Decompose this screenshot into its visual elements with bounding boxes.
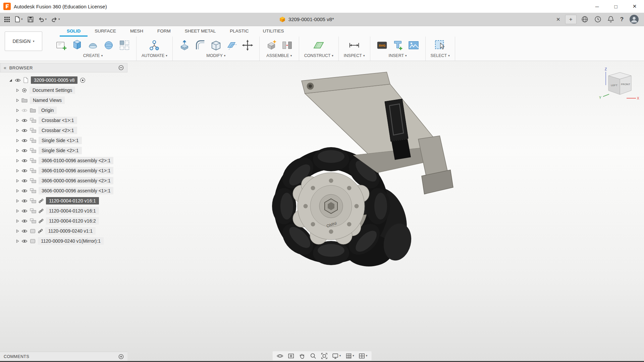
shell-icon[interactable] (209, 39, 223, 52)
browser-item-label[interactable]: 3606-0000-0096 assembly <2>:1 (39, 177, 113, 184)
browser-item-label[interactable]: Single Side <2>:1 (39, 147, 82, 154)
browser-item-label[interactable]: Document Settings (30, 86, 75, 94)
browser-row[interactable]: 3606-0000-0096 assembly <1>:1 (0, 186, 127, 196)
close-button[interactable]: ✕ (625, 0, 644, 13)
triangle-collapsed-icon[interactable] (16, 149, 19, 153)
help-button[interactable]: ? (620, 16, 624, 23)
avatar[interactable] (630, 15, 639, 24)
minimize-panel-icon[interactable] (118, 65, 124, 70)
sphere-icon[interactable] (102, 39, 115, 52)
revolve-icon[interactable] (86, 39, 100, 52)
eye-icon[interactable] (21, 128, 28, 133)
file-menu-button[interactable]: ▾ (15, 16, 23, 22)
browser-item-label[interactable]: Named Views (30, 97, 65, 104)
document-tab[interactable]: 3209-0001-0005 v8* (279, 16, 334, 22)
orbit-button[interactable] (277, 353, 283, 359)
browser-item-label[interactable]: 1120-0009-0240 v1(Mirror):1 (38, 237, 104, 245)
app-grid-button[interactable] (4, 16, 10, 22)
browser-item-label[interactable]: 3606-0100-0096 assembly <2>:1 (39, 157, 113, 164)
select-icon[interactable] (433, 39, 447, 52)
browser-row[interactable]: 1120-0004-0120 v16:1 (0, 206, 127, 216)
triangle-collapsed-icon[interactable] (16, 139, 19, 142)
eye-icon[interactable] (21, 148, 28, 153)
workspace-selector[interactable]: DESIGN ▾ (5, 32, 42, 51)
browser-row[interactable]: Document Settings (0, 85, 127, 95)
tab-surface[interactable]: SURFACE (88, 26, 123, 37)
notifications-button[interactable] (607, 16, 614, 23)
triangle-collapsed-icon[interactable] (16, 189, 19, 193)
pan-button[interactable] (299, 353, 306, 359)
browser-row[interactable]: 1120-0009-0240 v1:1 (0, 226, 127, 236)
undo-button[interactable]: ▾ (38, 17, 47, 22)
group-label-modify[interactable]: MODIFY▾ (206, 53, 225, 58)
browser-row[interactable]: 1120-0004-0120 v16:2 (0, 216, 127, 226)
new-document-tab-button[interactable]: + (565, 15, 577, 24)
measure-icon[interactable] (347, 39, 361, 52)
tab-plastic[interactable]: PLASTIC (223, 26, 256, 37)
tab-solid[interactable]: SOLID (60, 26, 88, 37)
insert-svg-icon[interactable]: SVG (375, 39, 389, 52)
browser-item-label[interactable]: Origin (38, 107, 57, 114)
browser-item-label[interactable]: 1120-0004-0120 v16:1 (46, 197, 99, 204)
tab-sheet-metal[interactable]: SHEET METAL (178, 26, 223, 37)
triangle-collapsed-icon[interactable] (16, 199, 19, 203)
profile-avatar-button[interactable] (630, 15, 639, 24)
browser-row[interactable]: 1120-0009-0240 v1(Mirror):1 (0, 236, 127, 246)
browser-item-label[interactable]: 1120-0004-0120 v16:2 (46, 217, 99, 225)
triangle-collapsed-icon[interactable] (16, 219, 19, 223)
comments-bar[interactable]: COMMENTS (0, 352, 127, 361)
eye-icon[interactable] (21, 229, 28, 233)
grid-settings-button[interactable]: ▾ (345, 353, 354, 359)
triangle-collapsed-icon[interactable] (16, 239, 19, 243)
minimize-button[interactable]: ─ (588, 0, 606, 13)
display-settings-button[interactable]: ▾ (332, 353, 341, 359)
tab-form[interactable]: FORM (150, 26, 178, 37)
eye-icon[interactable] (21, 179, 28, 183)
browser-row[interactable]: Crossbar <2>:1 (0, 125, 127, 135)
pattern-icon[interactable] (118, 39, 131, 52)
joint-icon[interactable] (280, 39, 294, 52)
group-label-assemble[interactable]: ASSEMBLE▾ (266, 53, 292, 58)
eye-icon[interactable] (15, 78, 21, 82)
tab-utilities[interactable]: UTILITIES (256, 26, 291, 37)
browser-row[interactable]: 3606-0000-0096 assembly <2>:1 (0, 176, 127, 186)
fit-button[interactable] (321, 353, 328, 359)
browser-row-root[interactable]: 3209-0001-0005 v8 (0, 75, 127, 85)
browser-row[interactable]: Named Views (0, 95, 127, 105)
group-label-select[interactable]: SELECT▾ (431, 53, 450, 58)
maximize-button[interactable]: □ (606, 0, 625, 13)
triangle-collapsed-icon[interactable] (16, 159, 19, 163)
model-3d-view[interactable]: OMNI (267, 69, 475, 284)
close-document-tab-button[interactable]: ✕ (553, 16, 563, 23)
eye-icon[interactable] (21, 118, 28, 123)
triangle-collapsed-icon[interactable] (16, 209, 19, 213)
look-at-button[interactable] (288, 353, 294, 359)
press-pull-icon[interactable] (178, 39, 191, 52)
extensions-button[interactable] (581, 16, 588, 23)
browser-item-label[interactable]: 3606-0000-0096 assembly <1>:1 (39, 187, 113, 194)
zoom-button[interactable] (310, 353, 317, 359)
browser-row[interactable]: 1120-0004-0120 v16:1 (0, 196, 127, 206)
browser-row[interactable]: 3606-0100-0096 assembly <2>:1 (0, 156, 127, 166)
eye-icon[interactable] (21, 219, 28, 223)
extrude-icon[interactable] (70, 39, 84, 52)
radio-target-icon[interactable] (80, 77, 86, 83)
eye-icon[interactable] (21, 209, 28, 213)
triangle-collapsed-icon[interactable] (16, 179, 19, 183)
browser-item-label[interactable]: 1120-0009-0240 v1:1 (45, 227, 96, 235)
browser-row[interactable]: Single Side <2>:1 (0, 145, 127, 156)
construct-plane-icon[interactable] (312, 39, 325, 52)
move-copy-icon[interactable] (241, 39, 254, 52)
group-label-inspect[interactable]: INSPECT▾ (344, 53, 365, 58)
group-label-insert[interactable]: INSERT▾ (388, 53, 407, 58)
browser-item-label[interactable]: Single Side <1>:1 (39, 137, 82, 144)
canvas-image-icon[interactable] (407, 39, 420, 52)
triangle-collapsed-icon[interactable] (16, 129, 19, 132)
eye-icon[interactable] (21, 159, 28, 163)
eye-icon[interactable] (21, 138, 28, 143)
group-label-create[interactable]: CREATE▾ (83, 53, 103, 58)
triangle-collapsed-icon[interactable] (16, 169, 19, 173)
browser-item-label[interactable]: 1120-0004-0120 v16:1 (46, 207, 99, 215)
browser-item-label[interactable]: Crossbar <1>:1 (39, 117, 77, 124)
eye-icon[interactable] (21, 108, 28, 113)
